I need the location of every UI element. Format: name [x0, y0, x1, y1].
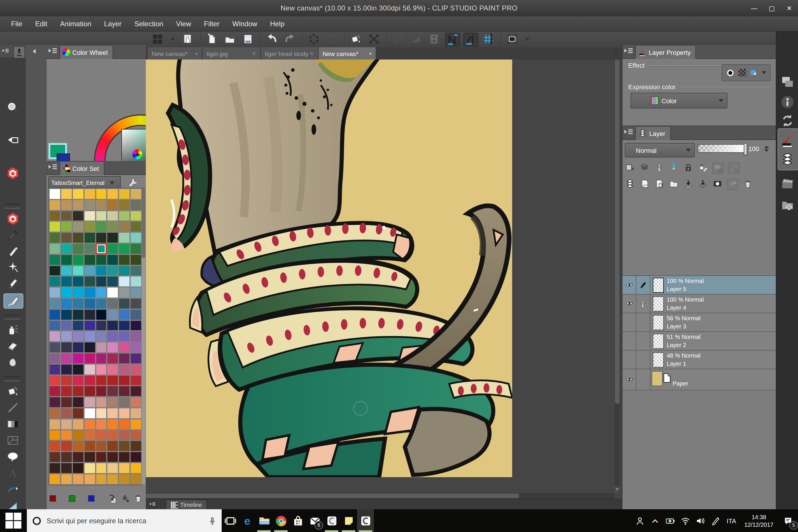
color-swatch[interactable]: [95, 243, 107, 254]
color-swatch[interactable]: [130, 408, 142, 419]
color-swatch[interactable]: [72, 441, 84, 452]
color-swatch[interactable]: [84, 462, 95, 474]
color-swatch[interactable]: [119, 254, 130, 265]
deselect-button[interactable]: [307, 33, 321, 45]
color-swatch[interactable]: [107, 331, 119, 342]
color-swatch[interactable]: [107, 408, 119, 419]
layer-row[interactable]: 48 % NormalLayer 1: [622, 350, 776, 369]
color-swatch[interactable]: [84, 441, 95, 452]
select-again-button[interactable]: [325, 33, 339, 45]
color-swatch[interactable]: [49, 276, 61, 287]
clear-selection-button[interactable]: [391, 33, 405, 45]
color-swatch[interactable]: [49, 441, 61, 452]
color-swatch[interactable]: [72, 265, 84, 276]
new-vector-layer-button[interactable]: [654, 178, 664, 189]
color-swatch[interactable]: [49, 320, 61, 331]
color-swatch[interactable]: [61, 232, 72, 243]
menu-selection[interactable]: Selection: [128, 16, 170, 31]
pen-nib-icon[interactable]: [14, 46, 25, 58]
color-swatch[interactable]: [95, 342, 107, 353]
color-swatch[interactable]: [107, 342, 119, 353]
expression-color-select[interactable]: Color: [631, 93, 727, 109]
color-swatch[interactable]: [84, 276, 95, 287]
set-as-draft-layer-button[interactable]: [668, 162, 679, 173]
opacity-spinner[interactable]: [764, 146, 769, 152]
color-swatch[interactable]: [95, 287, 107, 298]
eye-cell[interactable]: [622, 332, 636, 350]
open-file-button[interactable]: [223, 33, 237, 45]
selection-launcher-button[interactable]: [625, 162, 635, 173]
color-swatch[interactable]: [49, 265, 61, 276]
color-swatch[interactable]: [95, 397, 107, 408]
layer-property-panel-button[interactable]: [780, 133, 795, 148]
color-swatch[interactable]: [95, 232, 107, 243]
color-swatch[interactable]: [107, 254, 119, 265]
color-swatch[interactable]: [49, 210, 61, 221]
opacity-slider[interactable]: [698, 144, 747, 153]
lock-layer-button[interactable]: [683, 162, 694, 173]
color-swatch[interactable]: [61, 408, 72, 419]
border-effect-icon[interactable]: [726, 68, 735, 77]
color-swatch[interactable]: [95, 408, 107, 419]
saved-color-swatch[interactable]: [88, 495, 95, 501]
tab-color-set[interactable]: Color Set: [59, 161, 104, 175]
color-swatch[interactable]: [119, 298, 130, 309]
color-swatch[interactable]: [95, 276, 107, 287]
undo-button[interactable]: [265, 33, 279, 45]
start-button[interactable]: [0, 509, 27, 532]
color-swatch[interactable]: [84, 397, 95, 408]
color-swatch[interactable]: [95, 441, 107, 452]
timeline-panel-button[interactable]: [780, 176, 795, 191]
color-swatch[interactable]: [84, 342, 95, 353]
color-swatch[interactable]: [119, 386, 130, 397]
color-swatch[interactable]: [72, 210, 84, 221]
color-swatch[interactable]: [107, 441, 119, 452]
color-swatch[interactable]: [49, 232, 61, 243]
color-swatch[interactable]: [130, 309, 142, 320]
canvas-artwork[interactable]: [146, 59, 512, 477]
color-swatch[interactable]: [130, 320, 142, 331]
color-swatch[interactable]: [119, 320, 130, 331]
edit-color-set-icon[interactable]: [127, 176, 139, 189]
eye-cell[interactable]: [622, 313, 636, 331]
color-swatch[interactable]: [95, 353, 107, 364]
color-swatch[interactable]: [130, 232, 142, 243]
vertical-scrollbar[interactable]: ▼: [614, 59, 620, 493]
brush-tool[interactable]: [3, 293, 23, 309]
color-swatch[interactable]: [84, 200, 95, 211]
lock-transparent-pixels-button[interactable]: [698, 162, 708, 173]
color-swatch[interactable]: [95, 200, 107, 211]
layer-thumbnail[interactable]: [653, 352, 664, 367]
color-swatch[interactable]: [49, 188, 61, 200]
layer-row[interactable]: 100 % NormalLayer 4: [622, 294, 776, 313]
command-bar-overflow-button[interactable]: [523, 33, 531, 45]
color-swatch[interactable]: [107, 320, 119, 331]
color-swatch[interactable]: [107, 287, 119, 298]
color-swatch[interactable]: [107, 298, 119, 309]
color-swatch[interactable]: [84, 232, 95, 243]
eye-icon[interactable]: [625, 281, 634, 289]
color-swatch[interactable]: [84, 254, 95, 265]
color-swatch[interactable]: [49, 408, 61, 419]
canvas-windows-button[interactable]: [780, 75, 795, 90]
tab-timeline[interactable]: Timeline: [166, 499, 207, 509]
color-swatch[interactable]: [119, 309, 130, 320]
color-swatch[interactable]: [72, 452, 84, 462]
color-swatch[interactable]: [72, 462, 84, 474]
color-swatch[interactable]: [95, 320, 107, 331]
color-swatch[interactable]: [107, 243, 119, 254]
microsoft-edge-taskbar-button[interactable]: e: [239, 509, 255, 532]
color-swatch[interactable]: [72, 276, 84, 287]
color-swatch[interactable]: [84, 473, 95, 484]
clock[interactable]: 14:38 12/12/2017: [740, 513, 778, 528]
new-raster-layer-button[interactable]: [639, 178, 650, 189]
unsaved-dot-icon[interactable]: ●: [369, 51, 372, 55]
color-swatch[interactable]: [72, 331, 84, 342]
color-swatch[interactable]: [107, 265, 119, 276]
color-swatch[interactable]: [72, 430, 84, 441]
color-swatch[interactable]: [49, 353, 61, 364]
color-swatch[interactable]: [61, 364, 72, 375]
color-swatch[interactable]: [119, 408, 130, 419]
color-swatch[interactable]: [61, 243, 72, 254]
enable-mask-button[interactable]: [712, 162, 724, 174]
